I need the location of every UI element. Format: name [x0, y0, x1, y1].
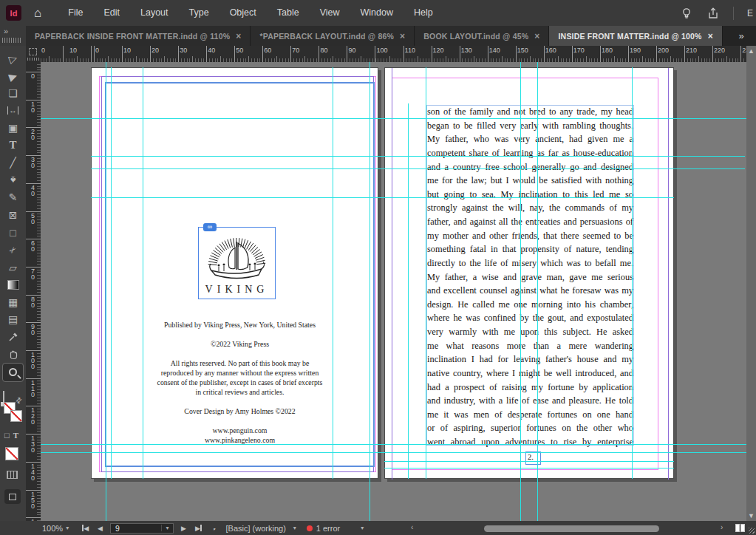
document-tab[interactable]: INSIDE FRONT MATTER.indd @ 100%× — [549, 26, 722, 46]
logo-image-frame[interactable]: ∞ VIKING — [198, 227, 276, 299]
error-count-label[interactable]: 1 error — [316, 524, 340, 533]
ruler-label: 120 — [30, 407, 36, 425]
formatting-text-icon[interactable]: T — [13, 431, 18, 440]
page-number-field[interactable]: 9 ▾ — [110, 523, 174, 534]
direct-selection-tool[interactable]: ▶ — [0, 68, 26, 84]
page-guide-vertical[interactable] — [143, 67, 143, 479]
line-tool[interactable]: ╱ — [0, 154, 26, 171]
view-options-icon[interactable] — [7, 471, 18, 479]
error-dropdown-icon[interactable]: ▾ — [361, 525, 364, 531]
frame-tool[interactable]: ⊠ — [0, 207, 26, 223]
rectangle-tool[interactable]: □ — [0, 225, 26, 241]
body-text-block[interactable]: son of the family and not bred to any tr… — [427, 106, 633, 451]
menu-view[interactable]: View — [310, 0, 350, 26]
tab-close-icon[interactable]: × — [708, 31, 713, 41]
horizontal-scrollbar-thumb[interactable] — [484, 525, 659, 532]
menu-table[interactable]: Table — [267, 0, 310, 26]
body-text-line: very warmly with me upon this subject. H… — [427, 327, 633, 341]
page-guide-horizontal[interactable] — [384, 461, 674, 462]
content-collector-tool[interactable]: ▣ — [0, 120, 26, 136]
ruler-guide-horizontal[interactable] — [91, 168, 745, 169]
page-number-dropdown-icon[interactable]: ▾ — [161, 525, 173, 531]
zoom-tool[interactable] — [3, 364, 23, 381]
formatting-container-icon[interactable]: □ — [4, 431, 10, 440]
pencil-tool[interactable]: ✎ — [0, 189, 26, 205]
indesign-app-icon[interactable]: Id — [6, 5, 21, 21]
hand-tool[interactable] — [0, 346, 26, 362]
page-guide-horizontal[interactable] — [384, 468, 674, 468]
ruler-origin-corner[interactable] — [26, 46, 42, 62]
page-guide-vertical[interactable] — [632, 67, 633, 479]
horizontal-ruler[interactable]: 0100102030405060708090100110120130140150… — [41, 46, 746, 62]
menu-help[interactable]: Help — [403, 0, 443, 26]
note-tool[interactable]: ▤ — [0, 311, 26, 327]
free-transform-tool[interactable]: ▱ — [0, 259, 26, 276]
home-icon[interactable]: ⌂ — [34, 7, 41, 19]
menu-window[interactable]: Window — [350, 0, 403, 26]
gradient-feather-tool[interactable]: ▦ — [0, 294, 26, 310]
preflight-profile-label[interactable]: [Basic] (working) — [226, 524, 286, 533]
ruler-guide-horizontal[interactable] — [41, 452, 746, 453]
pasteboard[interactable]: ∞ VIKING Published by Viking Press, New … — [41, 62, 746, 521]
spread-view-icon[interactable] — [735, 524, 745, 532]
workspace-switcher-label[interactable]: E — [747, 8, 756, 18]
vertical-ruler[interactable]: 0102030405060708090100110120130140150160 — [26, 62, 41, 521]
gap-tool[interactable]: ↔ — [0, 103, 26, 119]
zoom-level-dropdown-icon[interactable]: ▾ — [66, 525, 69, 531]
type-tool[interactable]: T — [0, 137, 26, 154]
ruler-guide-horizontal[interactable] — [91, 156, 745, 157]
scroll-up-icon[interactable]: ▲ — [748, 46, 755, 56]
ruler-guide-horizontal[interactable] — [41, 444, 746, 445]
last-page-button[interactable]: ▶ — [195, 525, 202, 532]
scroll-right-icon[interactable]: › — [721, 523, 723, 531]
menu-type[interactable]: Type — [179, 0, 219, 26]
preflight-icon[interactable]: ◔ — [210, 525, 219, 531]
share-icon[interactable] — [706, 7, 720, 20]
selection-tool[interactable]: ▷ — [0, 50, 26, 67]
first-page-button[interactable]: ◀ — [82, 525, 89, 532]
scroll-left-icon[interactable]: ‹ — [411, 523, 413, 531]
scissors-tool[interactable]: ✂ — [0, 242, 26, 258]
panel-dock-header[interactable]: » — [0, 26, 26, 46]
copyright-text-block[interactable]: Published by Viking Press, New York, Uni… — [105, 320, 375, 445]
next-page-button[interactable]: ▶ — [181, 525, 186, 532]
eyedropper-tool[interactable] — [0, 329, 26, 345]
page-number-frame[interactable]: 2. — [525, 451, 541, 465]
previous-page-button[interactable]: ◀ — [98, 525, 103, 532]
page-guide-vertical[interactable] — [408, 103, 409, 479]
tab-close-icon[interactable]: × — [236, 31, 241, 41]
pen-tool[interactable]: ♠ — [0, 172, 26, 188]
preflight-dropdown-icon[interactable]: ▾ — [293, 525, 296, 531]
tab-close-icon[interactable]: × — [400, 31, 405, 41]
zoom-level-value[interactable]: 100% — [42, 524, 63, 533]
menu-edit[interactable]: Edit — [93, 0, 130, 26]
formatting-affects-buttons[interactable]: □T — [4, 431, 18, 440]
tab-close-icon[interactable]: × — [534, 31, 539, 41]
apply-none-swatch[interactable] — [5, 447, 18, 460]
ruler-guide-horizontal[interactable] — [91, 197, 674, 198]
scroll-down-icon[interactable]: ▼ — [748, 511, 755, 521]
menu-object[interactable]: Object — [219, 0, 267, 26]
page-right-body-text[interactable]: son of the family and not bred to any tr… — [384, 67, 674, 479]
body-text-line: something fatal in that propensity of na… — [427, 244, 633, 258]
page-guide-vertical[interactable] — [426, 67, 426, 479]
stroke-swatch-none[interactable] — [10, 410, 22, 422]
vertical-scrollbar[interactable]: ▲ ▼ — [746, 46, 756, 521]
document-tab[interactable]: BOOK LAYOUT.indd @ 45%× — [415, 26, 549, 46]
expand-panels-icon[interactable]: » — [4, 27, 8, 35]
page-number-value[interactable]: 9 — [111, 524, 161, 533]
tab-overflow-button[interactable]: » — [726, 26, 756, 46]
page-left-copyright[interactable]: ∞ VIKING Published by Viking Press, New … — [91, 67, 378, 479]
page-guide-vertical[interactable] — [111, 67, 112, 479]
gradient-swatch-tool[interactable] — [0, 276, 26, 293]
screen-mode-button[interactable] — [4, 489, 21, 504]
lightbulb-icon[interactable] — [680, 7, 693, 20]
menu-file[interactable]: File — [58, 0, 93, 26]
document-tab[interactable]: *PAPERBACK LAYOUT.indd @ 86%× — [251, 26, 415, 46]
page-guide-vertical[interactable] — [333, 67, 333, 479]
ruler-guide-horizontal[interactable] — [41, 118, 746, 119]
menu-layout[interactable]: Layout — [130, 0, 179, 26]
swap-fill-stroke-icon[interactable]: ⇄ — [16, 392, 21, 406]
page-tool[interactable]: ❏ — [0, 85, 26, 101]
document-tab[interactable]: PAPERBACK INSIDE FRONT MATTER.indd @ 110… — [26, 26, 251, 46]
